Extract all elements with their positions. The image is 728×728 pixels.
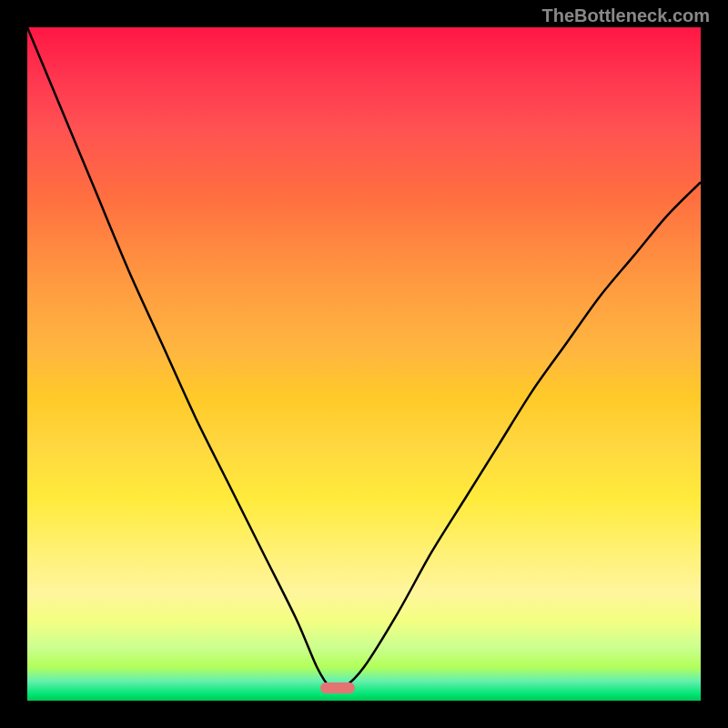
bottleneck-curve bbox=[27, 27, 701, 701]
chart-plot-area bbox=[27, 27, 701, 701]
optimal-marker bbox=[320, 682, 355, 693]
watermark-text: TheBottleneck.com bbox=[542, 5, 710, 26]
